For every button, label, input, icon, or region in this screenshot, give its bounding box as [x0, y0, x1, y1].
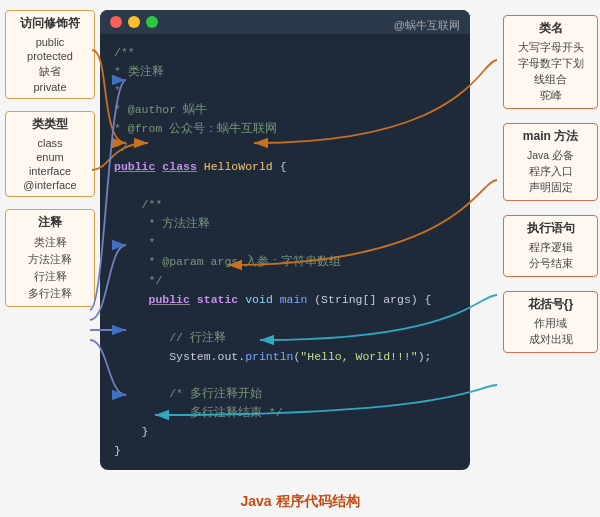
main-method-box: main 方法 Java 必备 程序入口 声明固定 — [503, 123, 598, 201]
comment-item-2: 行注释 — [12, 268, 88, 285]
code-line-6: */ — [114, 139, 456, 158]
access-modifier-box: 访问修饰符 public protected 缺省 private — [5, 10, 95, 99]
exec-stmt-title: 执行语句 — [510, 220, 591, 237]
code-line-20: 多行注释结束 */ — [114, 404, 456, 423]
exec-stmt-box: 执行语句 程序逻辑 分号结束 — [503, 215, 598, 277]
code-line-15 — [114, 310, 456, 329]
access-modifier-item-0: public — [12, 35, 88, 49]
code-line-8 — [114, 177, 456, 196]
watermark: @蜗牛互联网 — [394, 18, 460, 33]
access-modifier-item-2: 缺省 — [12, 63, 88, 80]
comment-title: 注释 — [12, 214, 88, 231]
class-type-box: 类类型 class enum interface @interface — [5, 111, 95, 197]
access-modifier-item-1: protected — [12, 49, 88, 63]
class-name-item-0: 大写字母开头 — [510, 40, 591, 56]
class-type-item-3: @interface — [12, 178, 88, 192]
class-name-title: 类名 — [510, 20, 591, 37]
code-line-17: System.out.println("Hello, World!!!"); — [114, 348, 456, 367]
comment-item-1: 方法注释 — [12, 251, 88, 268]
brace-item-1: 成对出现 — [510, 332, 591, 348]
code-line-13: */ — [114, 272, 456, 291]
main-method-item-1: 程序入口 — [510, 164, 591, 180]
class-type-title: 类类型 — [12, 116, 88, 133]
code-line-22: } — [114, 442, 456, 461]
code-line-1: /** — [114, 44, 456, 63]
main-method-item-2: 声明固定 — [510, 180, 591, 196]
code-line-5: * @from 公众号：蜗牛互联网 — [114, 120, 456, 139]
code-line-11: * — [114, 234, 456, 253]
code-line-2: * 类注释 — [114, 63, 456, 82]
exec-stmt-item-0: 程序逻辑 — [510, 240, 591, 256]
code-editor: @蜗牛互联网 /** * 类注释 * * @author 蜗牛 * @from … — [100, 10, 470, 470]
comment-item-0: 类注释 — [12, 234, 88, 251]
code-line-12: * @param args 入参：字符串数组 — [114, 253, 456, 272]
access-modifier-item-3: private — [12, 80, 88, 94]
class-name-item-1: 字母数字下划 — [510, 56, 591, 72]
brace-item-0: 作用域 — [510, 316, 591, 332]
code-line-16: // 行注释 — [114, 329, 456, 348]
comment-box: 注释 类注释 方法注释 行注释 多行注释 — [5, 209, 95, 307]
main-method-title: main 方法 — [510, 128, 591, 145]
main-method-item-0: Java 必备 — [510, 148, 591, 164]
right-panel: 类名 大写字母开头 字母数字下划 线组合 驼峰 main 方法 Java 必备 … — [503, 15, 598, 367]
class-type-item-1: enum — [12, 150, 88, 164]
code-line-19: /* 多行注释开始 — [114, 385, 456, 404]
minimize-dot — [128, 16, 140, 28]
code-line-10: * 方法注释 — [114, 215, 456, 234]
access-modifier-title: 访问修饰符 — [12, 15, 88, 32]
code-content: /** * 类注释 * * @author 蜗牛 * @from 公众号：蜗牛互… — [100, 34, 470, 470]
code-line-14: public static void main (String[] args) … — [114, 291, 456, 310]
code-line-18 — [114, 366, 456, 385]
class-type-item-0: class — [12, 136, 88, 150]
left-panel: 访问修饰符 public protected 缺省 private 类类型 cl… — [5, 10, 95, 319]
close-dot — [110, 16, 122, 28]
code-line-21: } — [114, 423, 456, 442]
code-line-9: /** — [114, 196, 456, 215]
class-name-item-3: 驼峰 — [510, 88, 591, 104]
brace-title: 花括号{} — [510, 296, 591, 313]
code-line-4: * @author 蜗牛 — [114, 101, 456, 120]
exec-stmt-item-1: 分号结束 — [510, 256, 591, 272]
maximize-dot — [146, 16, 158, 28]
class-type-item-2: interface — [12, 164, 88, 178]
bottom-title: Java 程序代码结构 — [0, 493, 600, 511]
brace-box: 花括号{} 作用域 成对出现 — [503, 291, 598, 353]
code-line-3: * — [114, 82, 456, 101]
class-name-item-2: 线组合 — [510, 72, 591, 88]
comment-item-3: 多行注释 — [12, 285, 88, 302]
code-line-7: public class HelloWorld { — [114, 158, 456, 177]
class-name-box: 类名 大写字母开头 字母数字下划 线组合 驼峰 — [503, 15, 598, 109]
